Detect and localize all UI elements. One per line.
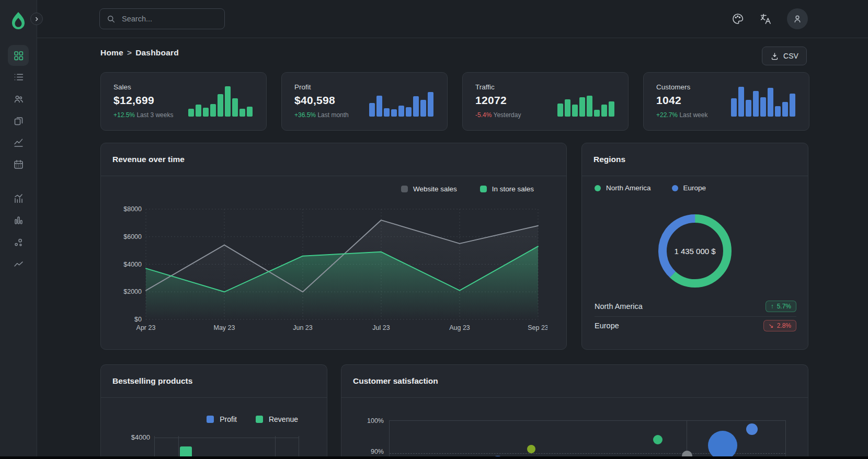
ytick-90: 90% <box>358 448 384 455</box>
donut-center-value: 1 435 000 $ <box>637 247 752 256</box>
spark-bar <box>188 109 194 117</box>
arrow-down-right-icon: ↘ <box>769 322 774 329</box>
spark-bar <box>239 109 245 117</box>
sidebar-item-calendar[interactable] <box>8 154 29 175</box>
spark-bar <box>782 102 788 117</box>
gridline-4000 <box>154 438 299 438</box>
topbar <box>37 0 868 38</box>
legend-website-sales[interactable]: Website sales <box>401 185 457 193</box>
breadcrumb-home[interactable]: Home <box>100 48 123 57</box>
pages-icon <box>13 116 24 127</box>
legend-north-america[interactable]: North America <box>595 184 651 192</box>
spark-bar <box>790 94 795 117</box>
stat-card-sales: Sales $12,699 +12.5% Last 3 weeks <box>100 72 267 131</box>
svg-text:Jul 23: Jul 23 <box>372 324 390 331</box>
sidebar-item-column-chart[interactable] <box>8 210 29 231</box>
spark-bar <box>428 92 433 117</box>
svg-text:$8000: $8000 <box>123 205 142 213</box>
line-chart-icon <box>13 137 24 148</box>
spark-bar <box>218 94 223 117</box>
stat-label: Customers <box>656 83 690 91</box>
stat-label: Traffic <box>475 83 495 91</box>
arrow-up-icon: ↑ <box>771 303 774 310</box>
sidebar-item-mixed-chart[interactable] <box>8 188 29 209</box>
column-chart-icon <box>13 215 24 226</box>
revenue-swatch <box>256 416 263 423</box>
satisfaction-bubble <box>746 423 758 435</box>
profit-swatch <box>207 416 214 423</box>
spark-bar <box>775 106 781 117</box>
vertical-gridline <box>275 436 276 459</box>
stat-delta: -5.4% Yesterday <box>475 111 521 119</box>
mixed-chart-icon <box>13 193 24 204</box>
sidebar-item-dashboard[interactable] <box>8 45 29 66</box>
spark-bar <box>768 88 773 117</box>
search-input[interactable] <box>121 14 218 24</box>
palette-icon[interactable] <box>732 13 744 25</box>
spark-bar <box>210 104 216 117</box>
user-icon <box>792 13 803 25</box>
spark-bar <box>587 96 592 117</box>
spark-bar <box>609 101 614 117</box>
spark-bar <box>601 105 607 117</box>
revenue-over-time-card: Revenue over time Website sales In store… <box>100 143 567 350</box>
stat-value: $40,598 <box>294 94 335 107</box>
stat-card-traffic: Traffic 12072 -5.4% Yesterday <box>462 72 629 131</box>
svg-text:$6000: $6000 <box>123 233 142 240</box>
region-row-north-america: North America ↑ 5.7% <box>595 300 796 313</box>
sidebar-item-users[interactable] <box>8 88 29 109</box>
sidebar <box>0 0 37 459</box>
sidebar-item-pages[interactable] <box>8 110 29 131</box>
spark-bar <box>247 107 253 117</box>
svg-text:Aug 23: Aug 23 <box>449 324 470 331</box>
bestselling-legend: Profit Revenue <box>207 415 298 423</box>
spark-bar <box>369 103 375 117</box>
svg-text:Apr 23: Apr 23 <box>136 324 156 331</box>
sidebar-item-list[interactable] <box>8 66 29 87</box>
sales-sparkline-chart <box>188 86 253 117</box>
spark-bar <box>579 97 585 117</box>
sidebar-item-scatter-chart[interactable] <box>8 232 29 253</box>
card-title: Customer satisfaction <box>341 365 808 398</box>
satisfaction-bubble <box>708 431 737 459</box>
spark-bar <box>376 96 382 117</box>
sidebar-item-trend-chart[interactable] <box>8 254 29 274</box>
satisfaction-bubble <box>653 435 663 444</box>
sidebar-collapse-button[interactable] <box>30 13 43 25</box>
calendar-icon <box>13 159 24 170</box>
website-sales-swatch <box>401 186 408 192</box>
spark-bar <box>406 107 412 117</box>
regions-card: Regions North America Europe 1 435 000 $… <box>581 143 808 350</box>
stat-delta: +12.5% Last 3 weeks <box>113 111 173 119</box>
avatar-button[interactable] <box>787 8 808 29</box>
page-title: Dashboard <box>135 48 179 57</box>
trend-chart-icon <box>13 259 24 270</box>
legend-in-store-sales[interactable]: In store sales <box>480 185 534 193</box>
list-icon <box>13 72 24 83</box>
translate-icon[interactable] <box>759 13 772 25</box>
users-icon <box>13 94 24 105</box>
bestselling-ytick: $4000 <box>117 433 150 441</box>
legend-profit[interactable]: Profit <box>207 415 237 423</box>
search-icon <box>106 14 116 24</box>
revenue-line-chart: $0$2000$4000$6000$8000Apr 23May 23Jun 23… <box>123 204 547 334</box>
legend-europe[interactable]: Europe <box>672 184 706 192</box>
sidebar-item-line-chart[interactable] <box>8 132 29 153</box>
download-icon <box>770 52 779 61</box>
spark-bar <box>731 98 737 117</box>
stat-value: 1042 <box>656 94 681 107</box>
spark-bar <box>225 86 231 117</box>
dashboard-page: Home>Dashboard CSV Sales $12,699 +12.5% … <box>0 0 868 459</box>
stat-value: 12072 <box>475 94 507 107</box>
svg-text:Sep 23: Sep 23 <box>528 324 547 331</box>
search-box <box>99 8 225 29</box>
spark-bar <box>746 100 751 117</box>
export-csv-button[interactable]: CSV <box>762 47 807 65</box>
spark-bar <box>384 108 390 117</box>
spark-bar <box>413 96 419 117</box>
revenue-legend: Website sales In store sales <box>401 185 534 193</box>
spark-bar <box>565 99 570 117</box>
legend-revenue[interactable]: Revenue <box>256 415 298 423</box>
stat-delta: +22.7% Last week <box>656 111 707 119</box>
vertical-gridline <box>154 436 155 459</box>
